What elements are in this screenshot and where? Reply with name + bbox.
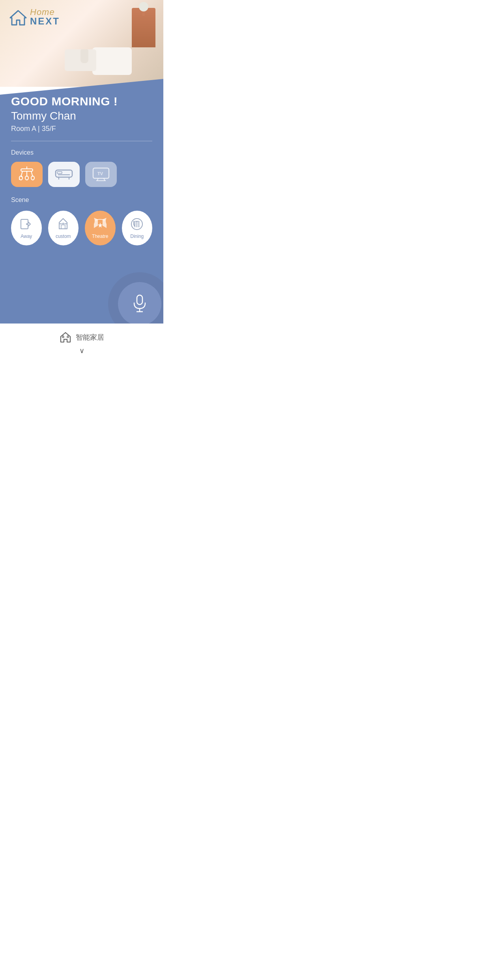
scene-custom-button[interactable]: custom <box>48 211 79 245</box>
away-icon <box>19 217 34 231</box>
svg-marker-28 <box>98 223 103 228</box>
user-name: Tommy Chan <box>11 110 152 122</box>
svg-point-38 <box>67 336 69 338</box>
theatre-icon <box>92 217 108 231</box>
scene-label: Scene <box>11 196 152 204</box>
main-panel: GOOD MORNING ! Tommy Chan Room A | 35/F … <box>0 79 163 324</box>
house-logo-icon <box>8 8 28 26</box>
scenes-row: Away custom <box>11 211 152 245</box>
divider <box>11 141 152 141</box>
tv-icon: TV <box>92 167 110 181</box>
svg-rect-34 <box>137 295 142 305</box>
scene-away-label: Away <box>21 234 32 239</box>
chandelier-icon <box>18 166 36 182</box>
smart-home-icon <box>59 331 72 343</box>
pillow-1 <box>92 47 132 75</box>
bottom-bar: 智能家居 ∨ <box>0 324 163 361</box>
svg-rect-1 <box>21 169 33 171</box>
mic-button[interactable] <box>118 282 161 325</box>
svg-point-37 <box>62 336 64 338</box>
scene-away-button[interactable]: Away <box>11 211 42 245</box>
bottom-bar-label: 智能家居 <box>76 333 104 342</box>
svg-rect-12 <box>57 172 62 174</box>
device-chandelier-button[interactable] <box>11 162 43 187</box>
devices-row: TV <box>11 162 152 187</box>
microphone-icon <box>132 294 148 313</box>
scene-theatre-button[interactable]: Theatre <box>85 211 116 245</box>
scene-dining-button[interactable]: Dining <box>122 211 153 245</box>
hero-section: Home NEXT <box>0 0 163 87</box>
bottom-bar-content[interactable]: 智能家居 <box>59 331 104 343</box>
chevron-down-icon[interactable]: ∨ <box>79 346 84 355</box>
svg-point-22 <box>26 223 28 225</box>
scene-custom-label: custom <box>56 234 71 239</box>
room-info: Room A | 35/F <box>11 125 152 133</box>
vase <box>80 49 88 63</box>
logo-home-text: Home <box>30 8 60 17</box>
ac-icon <box>55 168 73 180</box>
logo: Home NEXT <box>8 8 60 26</box>
custom-icon <box>56 217 70 231</box>
scene-dining-label: Dining <box>130 234 144 239</box>
lamp-ball <box>139 2 148 11</box>
logo-next-text: NEXT <box>30 17 60 26</box>
dining-icon <box>130 217 144 231</box>
greeting-text: GOOD MORNING ! <box>11 95 152 108</box>
svg-text:TV: TV <box>97 171 103 176</box>
svg-rect-23 <box>61 225 65 229</box>
device-ac-button[interactable] <box>48 162 80 187</box>
devices-label: Devices <box>11 149 152 156</box>
device-tv-button[interactable]: TV <box>85 162 117 187</box>
scene-theatre-label: Theatre <box>92 234 108 239</box>
logo-text: Home NEXT <box>30 8 60 26</box>
